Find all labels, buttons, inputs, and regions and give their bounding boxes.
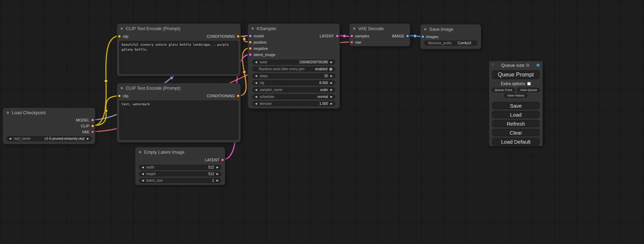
clip-output-dot[interactable] <box>91 124 94 127</box>
height-widget[interactable]: ◀ height 512 ▶ <box>139 171 221 177</box>
increment-arrow-icon[interactable]: ▶ <box>217 166 219 169</box>
decrement-arrow-icon[interactable]: ◀ <box>255 75 257 78</box>
clip-input-dot[interactable] <box>118 35 121 38</box>
toggle-value: enabled <box>315 67 327 71</box>
save-button[interactable]: Save <box>492 102 540 109</box>
sampler-name-widget[interactable]: ◀ sampler_name euler ▶ <box>252 87 335 92</box>
queue-front-button[interactable]: Queue Front <box>492 88 515 92</box>
increment-arrow-icon[interactable]: ▶ <box>330 102 333 105</box>
samples-input-dot[interactable] <box>350 35 353 38</box>
node-title-bar[interactable]: Empty Latent Image <box>135 147 225 156</box>
port-row: vae <box>350 39 410 45</box>
negative-input-dot[interactable] <box>249 47 252 50</box>
increment-arrow-icon[interactable]: ▶ <box>330 82 333 84</box>
random-seed-toggle[interactable]: Random seed after every gen enabled <box>252 66 335 72</box>
cfg-widget[interactable]: ◀ cfg 8.000 ▶ <box>252 80 335 85</box>
decrement-arrow-icon[interactable]: ◀ <box>142 173 144 175</box>
clip-input-dot[interactable] <box>118 94 121 98</box>
node-title: Save Image <box>429 27 453 32</box>
image-output-dot[interactable] <box>406 35 409 38</box>
node-title-bar[interactable]: VAE Decode <box>350 24 410 33</box>
load-button[interactable]: Load <box>492 111 540 118</box>
decrement-arrow-icon[interactable]: ◀ <box>255 82 257 84</box>
vae-output-dot[interactable] <box>91 130 94 133</box>
negative-prompt-textarea[interactable]: text, watermark <box>119 100 238 140</box>
increment-arrow-icon[interactable]: ▶ <box>330 96 333 98</box>
steps-widget[interactable]: ◀ steps 20 ▶ <box>252 73 335 79</box>
model-output-dot[interactable] <box>91 118 94 121</box>
images-input-dot[interactable] <box>421 35 424 38</box>
denoise-widget[interactable]: ◀ denoise 1.000 ▶ <box>252 101 335 106</box>
collapse-toggle-icon[interactable] <box>120 87 123 90</box>
load-default-button[interactable]: Load Default <box>492 138 540 145</box>
toggle-knob-icon[interactable] <box>329 67 333 71</box>
latent-image-input-dot[interactable] <box>249 53 252 56</box>
wire-midpoint-dot <box>414 35 417 38</box>
port-row: CLIP <box>3 123 95 129</box>
node-title: VAE Decode <box>358 26 383 31</box>
increment-arrow-icon[interactable]: ▶ <box>330 75 333 78</box>
width-widget[interactable]: ◀ width 512 ▶ <box>139 165 221 170</box>
increment-arrow-icon[interactable]: ▶ <box>330 61 333 64</box>
decrement-arrow-icon[interactable]: ◀ <box>255 102 257 105</box>
decrement-arrow-icon[interactable]: ◀ <box>142 166 144 169</box>
increment-arrow-icon[interactable]: ▶ <box>217 173 219 175</box>
node-save-image[interactable]: Save Image images filename_prefix ComfyU… <box>420 24 481 49</box>
queue-panel-header[interactable]: ⠿ Queue size: 0 ✱ <box>489 61 542 69</box>
node-title-bar[interactable]: Load Checkpoint <box>3 108 95 117</box>
collapse-toggle-icon[interactable] <box>424 28 427 31</box>
port-row: clip CONDITIONING <box>117 92 240 99</box>
collapse-toggle-icon[interactable] <box>6 111 9 114</box>
view-queue-button[interactable]: View Queue <box>517 88 540 92</box>
ckpt-name-widget[interactable]: ◀ ckpt_name v1-5-pruned-emaonly.ckpt ▶ <box>6 136 92 141</box>
extra-options-label: Extra options <box>501 81 525 86</box>
latent-output-dot[interactable] <box>336 35 339 38</box>
conditioning-output-dot[interactable] <box>237 94 240 98</box>
decrement-arrow-icon[interactable]: ◀ <box>9 137 11 140</box>
latent-output-label: LATENT <box>205 158 219 162</box>
queue-prompt-button[interactable]: Queue Prompt <box>492 70 540 79</box>
positive-input-dot[interactable] <box>249 41 252 44</box>
node-graph-canvas[interactable]: Load Checkpoint MODEL CLIP VAE ◀ ckpt_na… <box>0 0 644 244</box>
extra-options-checkbox[interactable] <box>527 82 531 85</box>
decrement-arrow-icon[interactable]: ◀ <box>255 61 257 64</box>
node-clip-text-encode-positive[interactable]: CLIP Text Encode (Prompt) clip CONDITION… <box>117 24 241 76</box>
positive-prompt-textarea[interactable]: beautiful scenery nature glass bottle la… <box>119 41 238 74</box>
model-input-dot[interactable] <box>249 35 252 38</box>
collapse-toggle-icon[interactable] <box>139 151 142 154</box>
node-title: Empty Latent Image <box>144 150 184 155</box>
latent-output-dot[interactable] <box>221 159 224 162</box>
node-ksampler[interactable]: KSampler model LATENT positive negative … <box>248 24 340 109</box>
port-row: images <box>421 34 481 40</box>
node-title-bar[interactable]: CLIP Text Encode (Prompt) <box>117 24 240 33</box>
seed-widget[interactable]: ◀ seed 156680208700286 ▶ <box>252 60 335 65</box>
view-history-button[interactable]: View History <box>504 93 528 98</box>
increment-arrow-icon[interactable]: ▶ <box>330 89 333 91</box>
node-empty-latent-image[interactable]: Empty Latent Image LATENT ◀ width 512 ▶ … <box>135 147 225 185</box>
scheduler-widget[interactable]: ◀ scheduler normal ▶ <box>252 94 335 99</box>
view-history-row: View History <box>489 93 542 98</box>
decrement-arrow-icon[interactable]: ◀ <box>255 96 257 98</box>
drag-handle-icon[interactable]: ⠿ <box>492 63 494 67</box>
node-title-bar[interactable]: Save Image <box>421 25 481 34</box>
node-title-bar[interactable]: CLIP Text Encode (Prompt) <box>117 83 240 92</box>
collapse-toggle-icon[interactable] <box>120 27 123 30</box>
collapse-toggle-icon[interactable] <box>353 27 356 30</box>
node-load-checkpoint[interactable]: Load Checkpoint MODEL CLIP VAE ◀ ckpt_na… <box>3 108 95 144</box>
node-title-bar[interactable]: KSampler <box>248 24 339 33</box>
clear-button[interactable]: Clear <box>492 129 540 136</box>
node-vae-decode[interactable]: VAE Decode samples IMAGE vae <box>349 24 410 46</box>
node-clip-text-encode-negative[interactable]: CLIP Text Encode (Prompt) clip CONDITION… <box>117 83 241 143</box>
conditioning-output-dot[interactable] <box>237 35 240 38</box>
increment-arrow-icon[interactable]: ▶ <box>87 137 89 140</box>
vae-input-dot[interactable] <box>350 41 353 44</box>
batch-size-widget[interactable]: ◀ batch_size 1 ▶ <box>139 178 221 183</box>
model-output-label: MODEL <box>76 118 89 122</box>
refresh-button[interactable]: Refresh <box>492 120 540 127</box>
collapse-toggle-icon[interactable] <box>251 27 254 30</box>
filename-prefix-widget[interactable]: filename_prefix ComfyUI <box>424 40 477 46</box>
decrement-arrow-icon[interactable]: ◀ <box>142 179 144 182</box>
settings-gear-icon[interactable]: ✱ <box>536 63 540 67</box>
decrement-arrow-icon[interactable]: ◀ <box>255 89 257 91</box>
increment-arrow-icon[interactable]: ▶ <box>217 179 219 182</box>
